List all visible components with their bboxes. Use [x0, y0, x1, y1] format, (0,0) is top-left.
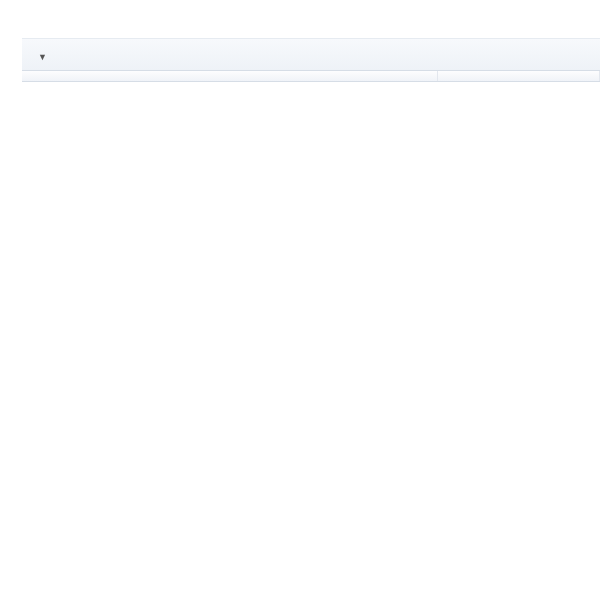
column-headers — [22, 71, 600, 82]
program-list — [22, 82, 600, 84]
column-header-name[interactable] — [22, 71, 438, 81]
toolbar: ▼ — [22, 38, 600, 71]
organize-button[interactable]: ▼ — [28, 50, 53, 64]
chevron-down-icon: ▼ — [38, 52, 47, 62]
column-header-publisher[interactable] — [438, 71, 600, 81]
